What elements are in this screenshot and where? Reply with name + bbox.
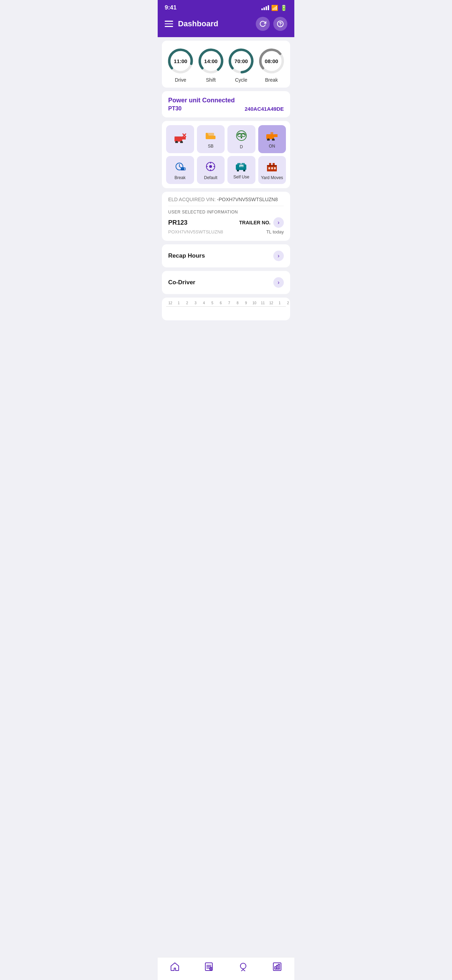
svg-marker-26	[274, 134, 277, 137]
refresh-button[interactable]	[256, 17, 270, 31]
battery-icon: 🔋	[280, 5, 287, 11]
svg-rect-54	[267, 165, 277, 166]
power-unit-card: Power unit Connected PT30 240AC41A49DE	[162, 91, 290, 118]
status-off-button[interactable]	[166, 125, 194, 153]
on-label: ON	[269, 144, 275, 149]
header-actions	[256, 17, 287, 31]
svg-point-36	[209, 165, 212, 168]
drive-value: 11:00	[174, 58, 187, 64]
default-label: Default	[204, 175, 217, 180]
tick-8: 8	[233, 301, 242, 305]
drive-gauge: 11:00	[166, 47, 194, 75]
tick-10: 10	[250, 301, 259, 305]
eld-tl: TL today	[266, 229, 284, 234]
status-d-button[interactable]: D	[228, 125, 255, 153]
codriver-chevron[interactable]: ›	[273, 277, 284, 288]
trailer-chevron-button[interactable]: ›	[273, 217, 284, 228]
d-icon	[236, 130, 247, 143]
svg-rect-33	[181, 167, 184, 170]
break-btn-label: Break	[175, 175, 185, 180]
eld-card: ELD ACQUIRED VIN: -POXH7VNV5SWTSLUZN8 US…	[162, 192, 290, 241]
tick-1: 1	[175, 301, 183, 305]
codriver-card[interactable]: Co-Driver ›	[162, 271, 290, 294]
recap-card[interactable]: Recap Hours ›	[162, 244, 290, 267]
wifi-icon: 📶	[271, 5, 278, 11]
header: Dashboard	[158, 13, 294, 37]
default-icon	[205, 161, 216, 174]
yardmoves-label: Yard Moves	[261, 175, 283, 180]
eld-trailer-right: TRAILER NO. ›	[239, 217, 284, 228]
hos-shift: 14:00 Shift	[197, 47, 225, 83]
eld-pr-row: PR123 TRAILER NO. ›	[168, 217, 284, 228]
tick-14: 2	[284, 301, 290, 305]
eld-vin-row: ELD ACQUIRED VIN: -POXH7VNV5SWTSLUZN8	[168, 197, 284, 206]
status-on-button[interactable]: ON	[258, 125, 286, 153]
eld-vin-small-row: POXH7VNV5SWTSLUZN8 TL today	[168, 229, 284, 234]
status-sb-button[interactable]: SB	[197, 125, 225, 153]
eld-vin-label: ELD ACQUIRED VIN:	[168, 197, 217, 202]
tick-4: 4	[200, 301, 208, 305]
timeline-track	[166, 306, 286, 317]
shift-value: 14:00	[204, 58, 218, 64]
recap-title: Recap Hours	[168, 252, 205, 259]
svg-rect-24	[241, 136, 242, 138]
status-yardmoves-button[interactable]: Yard Moves	[258, 156, 286, 184]
tick-2: 2	[183, 301, 191, 305]
power-unit-title: Power unit Connected	[168, 97, 284, 104]
main-content: 11:00 Drive 14:00 Shift 70:00	[158, 41, 294, 355]
cycle-gauge: 70:00	[227, 47, 255, 75]
break-icon	[175, 161, 186, 174]
break-value: 08:00	[265, 58, 278, 64]
tick-11: 11	[259, 301, 267, 305]
selfuse-label: Self Use	[233, 175, 249, 180]
tick-9: 9	[242, 301, 250, 305]
svg-rect-19	[207, 133, 214, 136]
page-title: Dashboard	[178, 19, 218, 29]
off-icon	[174, 133, 186, 145]
eld-selected-label: USER SELECTED INFORMATION	[168, 210, 284, 215]
recap-chevron[interactable]: ›	[273, 251, 284, 261]
hos-card: 11:00 Drive 14:00 Shift 70:00	[162, 41, 290, 88]
sb-label: SB	[208, 144, 213, 149]
svg-rect-29	[271, 132, 273, 135]
tick-12: 12	[267, 301, 275, 305]
hos-cycle: 70:00 Cycle	[227, 47, 255, 83]
yardmoves-icon	[266, 161, 277, 174]
timeline-ruler: 12 1 2 3 4 5 6 7 8 9 10 11 12 1 2 3 4 5 …	[166, 301, 286, 305]
svg-rect-53	[274, 167, 276, 169]
svg-rect-52	[271, 167, 273, 169]
power-unit-vin: 240AC41A49DE	[245, 106, 284, 112]
timeline-card: 12 1 2 3 4 5 6 7 8 9 10 11 12 1 2 3 4 5 …	[162, 298, 290, 320]
status-bar: 9:41 📶 🔋	[158, 0, 294, 13]
hos-break: 08:00 Break	[258, 47, 286, 83]
tick-7: 7	[225, 301, 233, 305]
svg-rect-20	[206, 133, 208, 135]
header-left: Dashboard	[165, 19, 218, 29]
menu-button[interactable]	[165, 21, 173, 27]
help-button[interactable]	[273, 17, 287, 31]
power-unit-id: PT30	[168, 105, 181, 112]
break-gauge: 08:00	[258, 47, 286, 75]
svg-line-32	[180, 167, 181, 167]
svg-rect-25	[266, 134, 274, 139]
tick-3: 3	[191, 301, 200, 305]
sb-icon	[204, 131, 217, 142]
svg-rect-10	[175, 137, 182, 142]
status-selfuse-button[interactable]: Self Self Use	[228, 156, 255, 184]
eld-trailer-label: TRAILER NO.	[239, 220, 271, 225]
status-default-button[interactable]: Default	[197, 156, 225, 184]
status-break-button[interactable]: Break	[166, 156, 194, 184]
tick-0: 12	[166, 301, 175, 305]
tick-5: 5	[208, 301, 216, 305]
status-time: 9:41	[165, 4, 177, 11]
on-icon	[266, 131, 278, 142]
cycle-value: 70:00	[234, 58, 248, 64]
eld-vin-small: POXH7VNV5SWTSLUZN8	[168, 229, 223, 234]
codriver-title: Co-Driver	[168, 279, 195, 286]
svg-rect-51	[268, 167, 270, 169]
signal-icon	[261, 5, 269, 10]
tick-6: 6	[216, 301, 225, 305]
tick-13: 1	[275, 301, 284, 305]
shift-gauge: 14:00	[197, 47, 225, 75]
svg-text:Self: Self	[240, 165, 244, 167]
